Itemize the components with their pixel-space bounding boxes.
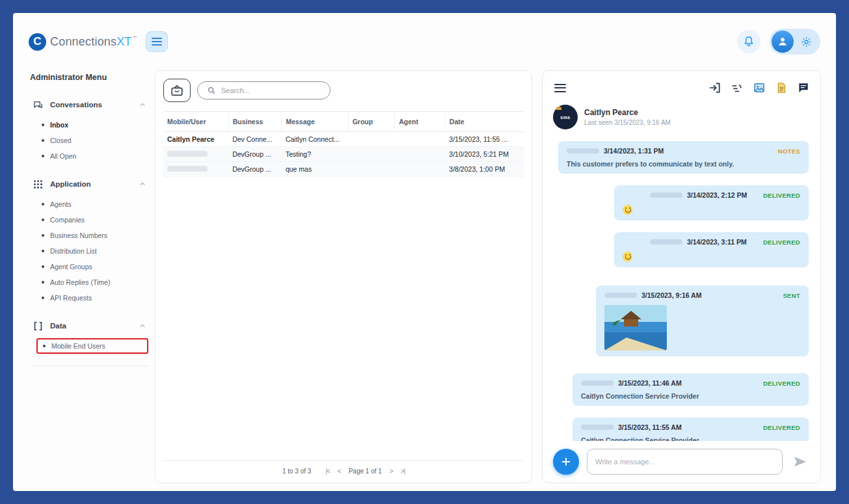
prev-page-button[interactable]: <	[338, 468, 341, 475]
column-header[interactable]: Group	[348, 112, 395, 132]
search-box[interactable]	[197, 81, 330, 99]
column-header[interactable]: Agent	[395, 112, 446, 132]
column-header[interactable]: Mobile/User	[163, 112, 228, 132]
cell-message: Testing?	[282, 147, 348, 162]
section-label: Data	[50, 322, 66, 330]
beach-photo-attachment[interactable]	[604, 305, 667, 351]
chevron-up-icon	[139, 99, 146, 111]
section-label: Application	[50, 180, 91, 188]
sidebar-item-companies[interactable]: Companies	[39, 212, 148, 228]
section-header-application[interactable]: Application	[30, 173, 148, 195]
last-page-button[interactable]: >|	[401, 468, 405, 475]
sidebar-item-distribution-list[interactable]: Distribution List	[39, 243, 148, 259]
contact-last-seen: Last seen 3/15/2023, 9:16 AM	[584, 119, 671, 126]
search-input[interactable]	[221, 86, 321, 94]
bullet-icon	[42, 219, 44, 221]
search-icon	[207, 86, 216, 95]
message-status: DELIVERED	[763, 239, 800, 246]
notes-document-icon[interactable]	[775, 81, 788, 94]
exit-conversation-icon[interactable]	[708, 81, 721, 94]
cell-agent	[395, 132, 446, 147]
contact-name: Caitlyn Pearce	[584, 108, 671, 117]
message-time: 3/15/2023, 11:46 AM	[618, 379, 682, 387]
redacted-phone	[167, 166, 208, 172]
first-page-button[interactable]: |<	[325, 468, 329, 475]
avatar	[772, 31, 794, 53]
column-header[interactable]: Message	[282, 112, 348, 132]
sidebar-item-label: Agent Groups	[50, 263, 92, 271]
table-row[interactable]: DevGroup ... Testing? 3/10/2023, 5:21 PM	[163, 147, 524, 162]
cell-date: 3/8/2023, 1:00 PM	[445, 162, 524, 177]
sidebar-item-auto-replies[interactable]: Auto Replies (Time)	[39, 274, 148, 290]
section-data: Data Mobile End Users	[30, 315, 148, 366]
column-header[interactable]: Date	[445, 112, 524, 132]
signal-waves-icon[interactable]	[731, 81, 744, 94]
section-application: Application Agents Companies	[30, 173, 148, 311]
message-input[interactable]	[587, 449, 783, 475]
cell-mobile-user	[163, 147, 228, 162]
bullet-icon	[42, 124, 44, 126]
gallery-icon[interactable]	[753, 81, 766, 94]
chat-panel: sms Caitlyn Pearce Last seen 3/15/2023, …	[542, 70, 821, 483]
sidebar: Administrator Menu Conversations	[13, 70, 155, 483]
redacted-phone	[167, 151, 208, 157]
section-header-conversations[interactable]: Conversations	[30, 94, 148, 116]
smiley-emoji	[623, 205, 632, 215]
chat-bubble-icon[interactable]	[797, 81, 810, 94]
column-header[interactable]: Business	[228, 112, 282, 132]
message-time: 3/15/2023, 9:16 AM	[641, 291, 701, 299]
redacted-phone	[567, 148, 599, 153]
message-status: DELIVERED	[763, 424, 800, 431]
message-bubble: 3/14/2023, 1:31 PM NOTES This customer p…	[558, 141, 809, 174]
sidebar-toggle-button[interactable]	[146, 31, 168, 52]
sidebar-item-api-requests[interactable]: API Requests	[39, 290, 148, 306]
sidebar-item-closed[interactable]: Closed	[39, 133, 148, 148]
next-page-button[interactable]: >	[390, 468, 393, 475]
chat-menu-button[interactable]	[553, 83, 567, 94]
brand-c-icon: C	[29, 33, 46, 51]
message-status: NOTES	[778, 148, 800, 155]
tv-antenna-icon	[170, 83, 184, 98]
message-text: Caitlyn Connection Service Provider	[581, 392, 800, 400]
pagination-range: 1 to 3 of 3	[282, 468, 311, 475]
sidebar-item-label: Companies	[50, 216, 85, 224]
notifications-button[interactable]	[737, 30, 761, 53]
sidebar-item-mobile-end-users[interactable]: Mobile End Users	[36, 338, 148, 354]
conversation-list-panel: Mobile/User Business Message Group Agent…	[155, 70, 532, 483]
redacted-phone	[650, 192, 682, 198]
table-row[interactable]: DevGroup ... que mas 3/8/2023, 1:00 PM	[163, 162, 524, 177]
message-time: 3/14/2023, 3:11 PM	[687, 238, 747, 246]
sidebar-item-agents[interactable]: Agents	[39, 196, 148, 212]
smiley-emoji	[623, 252, 632, 261]
brand-suffix: XT	[116, 35, 131, 48]
message-bubble: 3/15/2023, 9:16 AM SENT	[596, 285, 809, 356]
chevron-up-icon	[139, 320, 146, 332]
message-bubble: 3/14/2023, 2:12 PM DELIVERED	[614, 185, 809, 220]
table-row[interactable]: Caitlyn Pearce Dev Conne... Caitlyn Conn…	[163, 132, 524, 147]
contact-header: sms Caitlyn Pearce Last seen 3/15/2023, …	[553, 105, 810, 129]
sidebar-item-inbox[interactable]: Inbox	[39, 117, 148, 133]
send-button[interactable]	[790, 452, 810, 471]
bullet-icon	[42, 281, 44, 284]
chevron-up-icon	[139, 178, 146, 190]
bullet-icon	[42, 139, 44, 142]
message-time: 3/14/2023, 1:31 PM	[604, 147, 664, 155]
redacted-phone	[604, 293, 637, 298]
user-menu[interactable]	[770, 29, 820, 55]
sidebar-item-business-numbers[interactable]: Business Numbers	[39, 228, 148, 243]
section-conversations: Conversations Inbox Closed	[30, 94, 148, 169]
sidebar-item-label: All Open	[50, 152, 76, 160]
bullet-icon	[42, 234, 44, 237]
section-header-data[interactable]: Data	[30, 315, 148, 337]
sidebar-item-label: Mobile End Users	[51, 342, 105, 350]
person-icon	[776, 35, 789, 48]
section-label: Conversations	[50, 101, 102, 109]
add-attachment-button[interactable]	[553, 449, 579, 475]
sidebar-item-agent-groups[interactable]: Agent Groups	[39, 259, 148, 274]
sidebar-item-all-open[interactable]: All Open	[39, 148, 148, 164]
pagination-page: Page 1 of 1	[349, 468, 382, 475]
tv-antenna-button[interactable]	[163, 79, 191, 102]
gear-icon[interactable]	[800, 36, 813, 48]
app-window: C ConnectionsXT™	[13, 13, 836, 491]
brand-trademark: ™	[132, 35, 137, 40]
